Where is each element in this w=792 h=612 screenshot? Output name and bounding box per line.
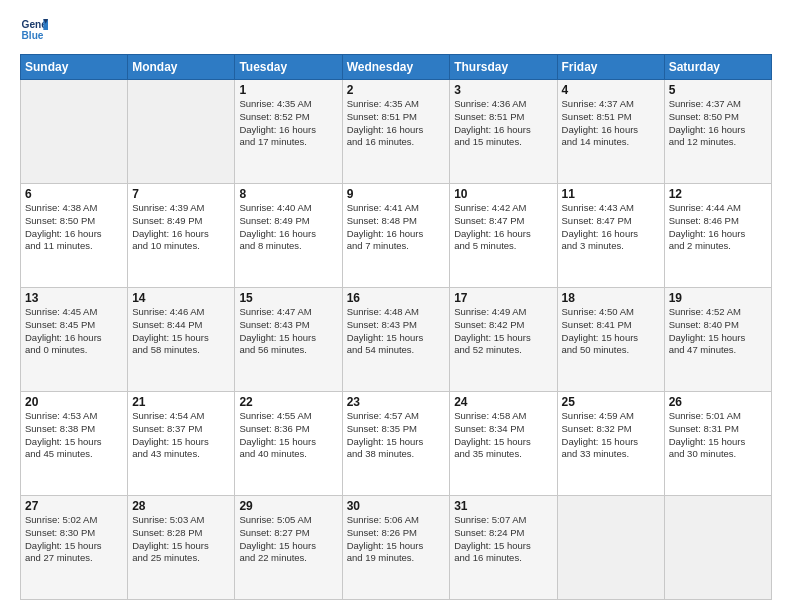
- day-info: Sunrise: 4:52 AM Sunset: 8:40 PM Dayligh…: [669, 306, 767, 357]
- day-info: Sunrise: 4:41 AM Sunset: 8:48 PM Dayligh…: [347, 202, 446, 253]
- page: General Blue SundayMondayTuesdayWednesda…: [0, 0, 792, 612]
- day-number: 28: [132, 499, 230, 513]
- calendar-cell: 18Sunrise: 4:50 AM Sunset: 8:41 PM Dayli…: [557, 288, 664, 392]
- calendar-cell: 3Sunrise: 4:36 AM Sunset: 8:51 PM Daylig…: [450, 80, 557, 184]
- calendar-cell: 12Sunrise: 4:44 AM Sunset: 8:46 PM Dayli…: [664, 184, 771, 288]
- day-info: Sunrise: 4:42 AM Sunset: 8:47 PM Dayligh…: [454, 202, 552, 253]
- day-number: 23: [347, 395, 446, 409]
- calendar-cell: 21Sunrise: 4:54 AM Sunset: 8:37 PM Dayli…: [128, 392, 235, 496]
- day-number: 9: [347, 187, 446, 201]
- calendar-cell: 1Sunrise: 4:35 AM Sunset: 8:52 PM Daylig…: [235, 80, 342, 184]
- calendar-cell: 14Sunrise: 4:46 AM Sunset: 8:44 PM Dayli…: [128, 288, 235, 392]
- day-info: Sunrise: 5:03 AM Sunset: 8:28 PM Dayligh…: [132, 514, 230, 565]
- day-info: Sunrise: 5:07 AM Sunset: 8:24 PM Dayligh…: [454, 514, 552, 565]
- day-number: 10: [454, 187, 552, 201]
- day-info: Sunrise: 4:57 AM Sunset: 8:35 PM Dayligh…: [347, 410, 446, 461]
- day-info: Sunrise: 5:01 AM Sunset: 8:31 PM Dayligh…: [669, 410, 767, 461]
- calendar-cell: 4Sunrise: 4:37 AM Sunset: 8:51 PM Daylig…: [557, 80, 664, 184]
- calendar-cell: 19Sunrise: 4:52 AM Sunset: 8:40 PM Dayli…: [664, 288, 771, 392]
- day-info: Sunrise: 4:49 AM Sunset: 8:42 PM Dayligh…: [454, 306, 552, 357]
- calendar-cell: [21, 80, 128, 184]
- day-number: 1: [239, 83, 337, 97]
- day-number: 15: [239, 291, 337, 305]
- day-info: Sunrise: 4:43 AM Sunset: 8:47 PM Dayligh…: [562, 202, 660, 253]
- svg-text:Blue: Blue: [22, 30, 44, 41]
- day-number: 4: [562, 83, 660, 97]
- day-number: 21: [132, 395, 230, 409]
- day-number: 22: [239, 395, 337, 409]
- calendar-cell: 6Sunrise: 4:38 AM Sunset: 8:50 PM Daylig…: [21, 184, 128, 288]
- day-info: Sunrise: 4:46 AM Sunset: 8:44 PM Dayligh…: [132, 306, 230, 357]
- calendar-week-5: 27Sunrise: 5:02 AM Sunset: 8:30 PM Dayli…: [21, 496, 772, 600]
- calendar-cell: 28Sunrise: 5:03 AM Sunset: 8:28 PM Dayli…: [128, 496, 235, 600]
- day-number: 19: [669, 291, 767, 305]
- day-number: 25: [562, 395, 660, 409]
- calendar-cell: 13Sunrise: 4:45 AM Sunset: 8:45 PM Dayli…: [21, 288, 128, 392]
- calendar-cell: 8Sunrise: 4:40 AM Sunset: 8:49 PM Daylig…: [235, 184, 342, 288]
- weekday-header-friday: Friday: [557, 55, 664, 80]
- day-info: Sunrise: 5:06 AM Sunset: 8:26 PM Dayligh…: [347, 514, 446, 565]
- calendar-cell: 20Sunrise: 4:53 AM Sunset: 8:38 PM Dayli…: [21, 392, 128, 496]
- day-number: 30: [347, 499, 446, 513]
- calendar-cell: 15Sunrise: 4:47 AM Sunset: 8:43 PM Dayli…: [235, 288, 342, 392]
- day-number: 17: [454, 291, 552, 305]
- day-info: Sunrise: 4:35 AM Sunset: 8:52 PM Dayligh…: [239, 98, 337, 149]
- day-number: 11: [562, 187, 660, 201]
- day-info: Sunrise: 4:39 AM Sunset: 8:49 PM Dayligh…: [132, 202, 230, 253]
- day-number: 8: [239, 187, 337, 201]
- day-number: 12: [669, 187, 767, 201]
- day-number: 13: [25, 291, 123, 305]
- day-info: Sunrise: 5:02 AM Sunset: 8:30 PM Dayligh…: [25, 514, 123, 565]
- day-number: 7: [132, 187, 230, 201]
- calendar-header-row: SundayMondayTuesdayWednesdayThursdayFrid…: [21, 55, 772, 80]
- calendar-cell: [128, 80, 235, 184]
- day-number: 29: [239, 499, 337, 513]
- weekday-header-tuesday: Tuesday: [235, 55, 342, 80]
- day-number: 24: [454, 395, 552, 409]
- day-info: Sunrise: 4:48 AM Sunset: 8:43 PM Dayligh…: [347, 306, 446, 357]
- day-info: Sunrise: 4:36 AM Sunset: 8:51 PM Dayligh…: [454, 98, 552, 149]
- weekday-header-saturday: Saturday: [664, 55, 771, 80]
- weekday-header-monday: Monday: [128, 55, 235, 80]
- day-info: Sunrise: 4:58 AM Sunset: 8:34 PM Dayligh…: [454, 410, 552, 461]
- calendar-cell: 31Sunrise: 5:07 AM Sunset: 8:24 PM Dayli…: [450, 496, 557, 600]
- calendar-week-1: 1Sunrise: 4:35 AM Sunset: 8:52 PM Daylig…: [21, 80, 772, 184]
- calendar-week-4: 20Sunrise: 4:53 AM Sunset: 8:38 PM Dayli…: [21, 392, 772, 496]
- calendar-cell: 17Sunrise: 4:49 AM Sunset: 8:42 PM Dayli…: [450, 288, 557, 392]
- day-info: Sunrise: 4:35 AM Sunset: 8:51 PM Dayligh…: [347, 98, 446, 149]
- day-number: 14: [132, 291, 230, 305]
- weekday-header-wednesday: Wednesday: [342, 55, 450, 80]
- logo: General Blue: [20, 16, 54, 44]
- calendar-cell: 11Sunrise: 4:43 AM Sunset: 8:47 PM Dayli…: [557, 184, 664, 288]
- calendar-week-2: 6Sunrise: 4:38 AM Sunset: 8:50 PM Daylig…: [21, 184, 772, 288]
- day-info: Sunrise: 5:05 AM Sunset: 8:27 PM Dayligh…: [239, 514, 337, 565]
- calendar-cell: [664, 496, 771, 600]
- calendar-cell: 5Sunrise: 4:37 AM Sunset: 8:50 PM Daylig…: [664, 80, 771, 184]
- day-number: 5: [669, 83, 767, 97]
- calendar-cell: 9Sunrise: 4:41 AM Sunset: 8:48 PM Daylig…: [342, 184, 450, 288]
- day-number: 31: [454, 499, 552, 513]
- calendar-cell: 16Sunrise: 4:48 AM Sunset: 8:43 PM Dayli…: [342, 288, 450, 392]
- calendar-cell: [557, 496, 664, 600]
- day-info: Sunrise: 4:47 AM Sunset: 8:43 PM Dayligh…: [239, 306, 337, 357]
- calendar-cell: 2Sunrise: 4:35 AM Sunset: 8:51 PM Daylig…: [342, 80, 450, 184]
- calendar-cell: 7Sunrise: 4:39 AM Sunset: 8:49 PM Daylig…: [128, 184, 235, 288]
- day-number: 20: [25, 395, 123, 409]
- weekday-header-sunday: Sunday: [21, 55, 128, 80]
- day-number: 16: [347, 291, 446, 305]
- weekday-header-thursday: Thursday: [450, 55, 557, 80]
- calendar-cell: 22Sunrise: 4:55 AM Sunset: 8:36 PM Dayli…: [235, 392, 342, 496]
- day-info: Sunrise: 4:44 AM Sunset: 8:46 PM Dayligh…: [669, 202, 767, 253]
- day-info: Sunrise: 4:55 AM Sunset: 8:36 PM Dayligh…: [239, 410, 337, 461]
- day-info: Sunrise: 4:40 AM Sunset: 8:49 PM Dayligh…: [239, 202, 337, 253]
- calendar-cell: 24Sunrise: 4:58 AM Sunset: 8:34 PM Dayli…: [450, 392, 557, 496]
- calendar-cell: 27Sunrise: 5:02 AM Sunset: 8:30 PM Dayli…: [21, 496, 128, 600]
- day-info: Sunrise: 4:37 AM Sunset: 8:51 PM Dayligh…: [562, 98, 660, 149]
- day-number: 18: [562, 291, 660, 305]
- day-info: Sunrise: 4:59 AM Sunset: 8:32 PM Dayligh…: [562, 410, 660, 461]
- day-info: Sunrise: 4:45 AM Sunset: 8:45 PM Dayligh…: [25, 306, 123, 357]
- day-info: Sunrise: 4:54 AM Sunset: 8:37 PM Dayligh…: [132, 410, 230, 461]
- day-number: 2: [347, 83, 446, 97]
- calendar-week-3: 13Sunrise: 4:45 AM Sunset: 8:45 PM Dayli…: [21, 288, 772, 392]
- calendar-table: SundayMondayTuesdayWednesdayThursdayFrid…: [20, 54, 772, 600]
